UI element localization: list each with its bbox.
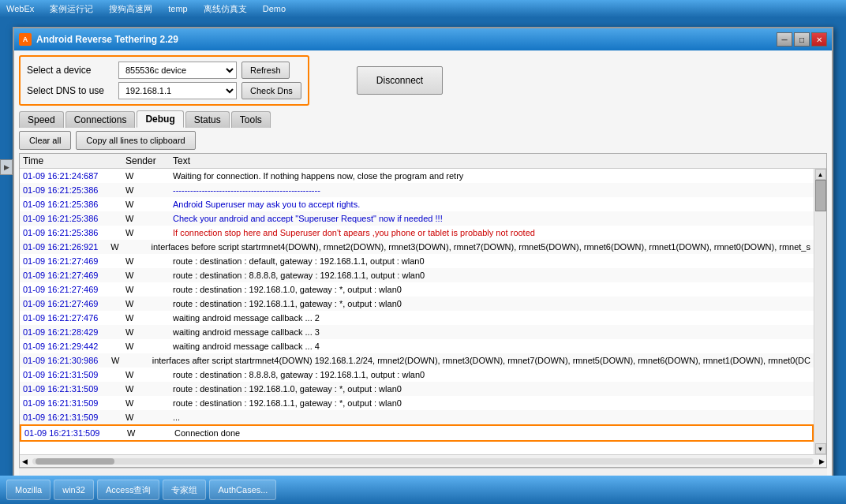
select-dns-label: Select DNS to use [27,85,114,96]
taskbar-temp[interactable]: temp [165,2,190,15]
title-bar: A Android Reverse Tethering 2.29 ─ □ ✕ [14,28,832,50]
log-row: 01-09 16:21:27:469Wroute : destination :… [20,254,814,268]
hscroll-track[interactable] [32,458,814,465]
log-sender-cell: W [125,397,173,409]
tab-connections[interactable]: Connections [66,111,136,128]
log-text-cell: ----------------------------------------… [173,184,810,196]
minimize-button[interactable]: ─ [777,32,792,47]
log-row: 01-09 16:21:25:386W---------------------… [20,183,814,197]
log-row: 01-09 16:21:29:442Wwaiting android messa… [20,339,814,353]
log-time-cell: 01-09 16:21:26:921 [23,241,110,253]
side-indicator[interactable]: ▶ [0,159,13,175]
taskbar-sogou[interactable]: 搜狗高速网 [106,2,155,17]
log-time-cell: 01-09 16:21:27:469 [23,255,125,267]
refresh-button[interactable]: Refresh [241,62,290,79]
tab-speed[interactable]: Speed [19,111,64,128]
log-text-cell: waiting android message callback ... 4 [173,340,810,353]
scroll-thumb[interactable] [815,180,826,211]
log-sender-cell: W [125,326,173,338]
horizontal-scrollbar[interactable]: ◀ ▶ [20,454,826,467]
log-row: 01-09 16:21:25:386WCheck your android an… [20,211,814,226]
bottom-taskbar: Mozilla win32 Access查询 专家组 AuthCases... [0,476,846,504]
tabs-bar: Speed Connections Debug Status Tools [19,110,827,128]
log-row: 01-09 16:21:31:509W... [20,410,814,424]
log-row: 01-09 16:21:27:469Wroute : destination :… [20,268,814,282]
log-text-cell: interfaces before script startrmnet4(DOW… [152,241,810,253]
log-time-cell: 01-09 16:21:27:476 [23,312,125,324]
log-controls: Clear all Copy all lines to clipboard [19,131,827,150]
log-time-cell: 01-09 16:21:25:386 [23,226,125,239]
vertical-scrollbar[interactable]: ▲ ▼ [814,169,826,454]
tab-debug[interactable]: Debug [137,110,183,128]
log-text-cell: route : destination : 192.168.1.1, gatew… [173,397,810,409]
taskbar-authcases[interactable]: AuthCases... [209,480,276,500]
device-select[interactable]: 855536c device [118,62,237,79]
taskbar-mozilla[interactable]: Mozilla [6,480,51,500]
log-text-cell: route : destination : 8.8.8.8, gateway :… [173,269,810,282]
log-sender-cell: W [127,427,174,439]
hscroll-thumb[interactable] [36,458,114,465]
log-text-cell: route : destination : 192.168.1.0, gatew… [173,383,810,395]
log-text-cell: Check your android and accept "Superuser… [173,212,810,225]
log-sender-cell: W [111,354,152,367]
tab-tools[interactable]: Tools [231,111,271,128]
taskbar-webex[interactable]: WebEx [3,2,37,15]
log-row: 01-09 16:21:25:386WIf connection stop he… [20,226,814,240]
scroll-down-arrow[interactable]: ▼ [815,443,826,454]
log-sender-cell: W [125,411,173,424]
clear-all-button[interactable]: Clear all [19,131,71,150]
scroll-up-arrow[interactable]: ▲ [815,169,826,180]
log-container: Time Sender Text 01-09 16:21:24:687WWait… [19,153,827,468]
log-sender-cell: W [125,184,173,196]
log-sender-cell: W [125,340,173,353]
scroll-track[interactable] [815,180,826,443]
log-text-cell: ... [173,411,810,424]
log-sender-cell: W [125,283,173,296]
log-sender-cell: W [125,297,173,310]
select-device-label: Select a device [27,65,114,76]
taskbar-demo[interactable]: Demo [260,2,289,15]
app-icon: A [19,33,32,46]
log-time-cell: 01-09 16:21:30:986 [23,354,111,367]
taskbar-cases[interactable]: 案例运行记 [47,2,96,17]
copy-button[interactable]: Copy all lines to clipboard [76,131,195,150]
log-row: 01-09 16:21:31:509Wroute : destination :… [20,382,814,396]
device-panel: Select a device 855536c device Refresh S… [19,55,309,106]
log-time-cell: 01-09 16:21:27:469 [23,297,125,310]
log-row: 01-09 16:21:31:509WConnection done [20,424,814,442]
log-sender-cell: W [125,368,173,381]
log-row: 01-09 16:21:27:476Wwaiting android messa… [20,311,814,325]
app-content: Select a device 855536c device Refresh S… [14,50,832,495]
log-time-cell: 01-09 16:21:31:509 [23,397,125,409]
log-text-cell: Android Superuser may ask you to accept … [173,198,810,211]
log-text-cell: interfaces after script startrmnet4(DOWN… [152,354,810,367]
log-sender-cell: W [125,170,173,182]
log-row: 01-09 16:21:28:429Wwaiting android messa… [20,325,814,339]
log-time-cell: 01-09 16:21:24:687 [23,170,125,182]
log-sender-cell: W [110,241,151,253]
log-row: 01-09 16:21:31:509Wroute : destination :… [20,368,814,382]
log-sender-cell: W [125,212,173,225]
log-rows[interactable]: 01-09 16:21:24:687WWaiting for connectio… [20,169,814,454]
log-text-cell: Waiting for connection. If nothing happe… [173,170,810,182]
taskbar-expert[interactable]: 专家组 [163,480,206,500]
log-row: 01-09 16:21:31:509Wroute : destination :… [20,396,814,410]
log-header: Time Sender Text [20,154,826,169]
disconnect-button[interactable]: Disconnect [357,66,443,95]
log-time-cell: 01-09 16:21:28:429 [23,326,125,338]
maximize-button[interactable]: □ [794,32,810,47]
log-text-cell: route : destination : 192.168.1.0, gatew… [173,283,810,296]
log-time-cell: 01-09 16:21:27:469 [23,269,125,282]
dns-select[interactable]: 192.168.1.1 [118,82,237,99]
check-dns-button[interactable]: Check Dns [241,82,301,99]
taskbar-win32[interactable]: win32 [54,480,94,500]
close-button[interactable]: ✕ [811,32,827,47]
log-row: 01-09 16:21:25:386WAndroid Superuser may… [20,197,814,211]
log-text-cell: route : destination : 192.168.1.1, gatew… [173,297,810,310]
taskbar-access[interactable]: Access查询 [97,480,159,500]
taskbar-offline[interactable]: 离线仿真支 [200,2,250,17]
col-header-text: Text [173,155,823,166]
tab-status[interactable]: Status [185,111,230,128]
log-time-cell: 01-09 16:21:27:469 [23,283,125,296]
log-sender-cell: W [125,269,173,282]
